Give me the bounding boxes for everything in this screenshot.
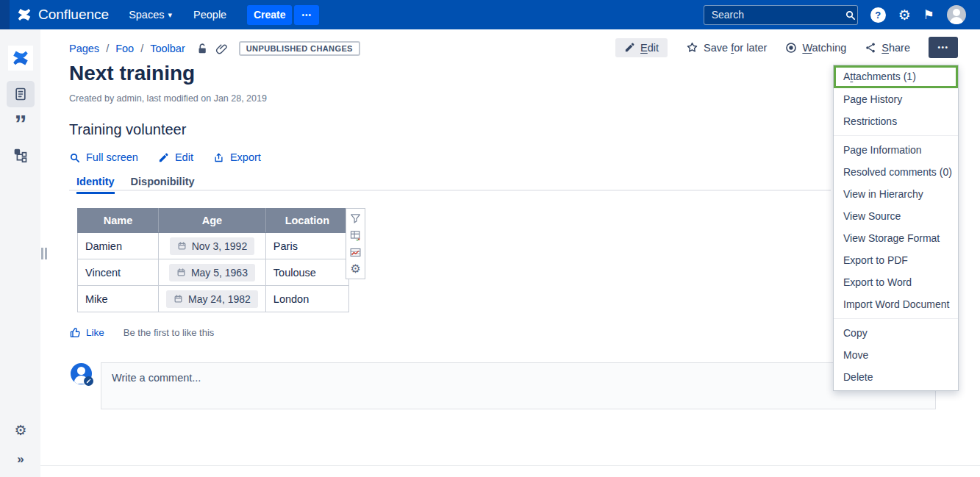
space-logo-icon [11,49,30,68]
menu-item-restrictions[interactable]: Restrictions [834,110,958,132]
tab-identity[interactable]: Identity [76,176,115,194]
sidebar-item-hierarchy[interactable] [8,144,33,166]
cell-name[interactable]: Vincent [78,259,159,286]
table-side-toolbar: ⚙ [346,208,365,279]
calendar-icon [176,268,186,277]
search-icon[interactable] [845,10,856,21]
cell-age[interactable]: May 5, 1963 [159,259,266,286]
attachments-paperclip-icon[interactable] [215,43,228,55]
watching-button[interactable]: Watching [785,42,846,54]
sidebar-item-blog[interactable]: ” [8,112,33,135]
full-screen-link[interactable]: Full screen [69,151,138,163]
user-avatar[interactable] [947,5,966,24]
menu-item-import-word-document[interactable]: Import Word Document [834,293,958,315]
menu-separator [834,135,958,136]
nav-people[interactable]: People [193,9,226,21]
thumbs-up-icon [69,326,82,339]
menu-item-export-to-word[interactable]: Export to Word [834,271,958,293]
table-pivot-icon[interactable] [348,228,363,243]
calendar-icon [174,294,183,304]
avatar-head [953,9,960,16]
menu-item-view-source[interactable]: View Source [834,205,958,227]
top-navigation-bar: Confluence Spaces ▾ People Create ••• ? … [0,0,980,29]
page-actions-bar: Edit Save for later Watching Share ••• [615,37,958,58]
menu-item-view-storage-format[interactable]: View Storage Format [834,227,958,249]
menu-item-resolved-comments[interactable]: Resolved comments (0) [834,161,958,183]
search-box[interactable] [704,5,858,25]
cell-name[interactable]: Mike [78,286,159,312]
sidebar-expand-icon[interactable]: » [8,451,33,467]
magnifier-icon [69,152,80,163]
cell-location[interactable]: Paris [265,233,348,259]
menu-item-copy[interactable]: Copy [834,322,958,344]
cell-name[interactable]: Damien [78,233,159,259]
breadcrumb: Pages / Foo / Toolbar UNPUBLISHED CHANGE… [69,41,360,56]
page-title: Next training [69,62,195,85]
unrestricted-lock-icon[interactable] [196,43,209,55]
date-pill[interactable]: May 24, 1982 [166,290,258,308]
content-bottom-rule [40,465,980,466]
export-link[interactable]: Export [213,151,261,163]
column-header-age[interactable]: Age [159,209,266,233]
volunteer-table: Name Age Location Damien Nov 3, 1992 Par… [77,208,349,312]
confluence-home-link[interactable]: Confluence [16,7,109,23]
cell-location[interactable]: London [265,286,348,312]
menu-item-attachments[interactable]: Attachments (1) [834,65,958,88]
share-icon [865,42,876,54]
macro-edit-link[interactable]: Edit [158,151,193,163]
table-filter-icon[interactable] [348,211,363,226]
sidebar-item-pages[interactable] [7,81,35,107]
date-pill[interactable]: May 5, 1963 [169,264,255,281]
nav-spaces[interactable]: Spaces ▾ [129,9,172,21]
space-logo-tile[interactable] [8,46,33,71]
save-for-later-button[interactable]: Save for later [686,41,767,54]
cell-location[interactable]: Toulouse [265,259,348,286]
admin-gear-icon[interactable]: ⚙ [898,8,911,22]
breadcrumb-separator: / [140,43,143,54]
comment-user-avatar[interactable] [71,363,92,384]
brand-label: Confluence [38,7,109,23]
cell-age[interactable]: Nov 3, 1992 [159,233,266,259]
table-settings-gear-icon[interactable]: ⚙ [348,262,363,276]
create-more-button[interactable]: ••• [294,5,319,25]
notifications-flag-icon[interactable]: ⚑ [923,9,934,21]
table-row: Damien Nov 3, 1992 Paris [78,233,349,259]
space-sidebar: ” ⚙ » [0,29,40,477]
breadcrumb-foo[interactable]: Foo [115,43,134,54]
column-header-name[interactable]: Name [78,209,159,233]
topbar-right-cluster: ? ⚙ ⚑ [704,0,980,29]
breadcrumb-separator: / [106,43,109,54]
pencil-badge-icon [84,376,93,386]
search-input[interactable] [712,9,845,21]
share-button[interactable]: Share [865,42,910,54]
table-row: Vincent May 5, 1963 Toulouse [78,259,349,286]
table-chart-icon[interactable] [348,245,363,259]
menu-item-page-history[interactable]: Page History [834,88,958,110]
menu-item-view-in-hierarchy[interactable]: View in Hierarchy [834,183,958,205]
breadcrumb-pages[interactable]: Pages [69,43,99,54]
help-icon[interactable]: ? [870,7,886,23]
comment-input[interactable]: Write a comment... [101,362,936,409]
confluence-logo-icon [16,7,32,23]
topbar-left-strip [0,0,10,29]
watch-eye-icon [785,42,797,54]
column-header-location[interactable]: Location [265,209,348,233]
tab-disponibility[interactable]: Disponibility [131,176,195,194]
more-actions-button[interactable]: ••• [929,37,958,58]
pencil-icon [158,152,169,163]
table-row: Mike May 24, 1982 London [78,286,349,312]
menu-item-export-to-pdf[interactable]: Export to PDF [834,249,958,271]
sidebar-resize-grip[interactable] [41,248,47,259]
quote-icon: ” [15,117,27,131]
cell-age[interactable]: May 24, 1982 [159,286,266,312]
edit-button[interactable]: Edit [615,38,668,57]
menu-item-page-information[interactable]: Page Information [834,139,958,161]
menu-item-move[interactable]: Move [834,344,958,366]
create-button[interactable]: Create [247,5,292,25]
breadcrumb-toolbar[interactable]: Toolbar [150,43,185,54]
date-pill[interactable]: Nov 3, 1992 [170,237,255,255]
table-header-row: Name Age Location [78,209,349,233]
menu-item-delete[interactable]: Delete [834,366,958,388]
like-button[interactable]: Like [69,326,104,339]
space-settings-gear-icon[interactable]: ⚙ [8,421,33,439]
